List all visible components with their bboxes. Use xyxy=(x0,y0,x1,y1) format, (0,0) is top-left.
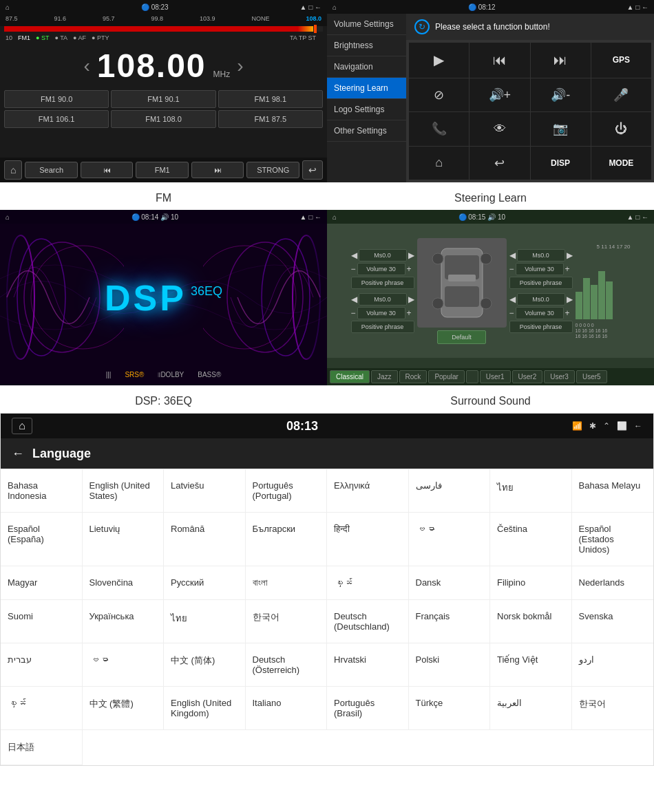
surround-minus-left2[interactable]: − xyxy=(351,308,356,318)
surround-minus-right[interactable]: − xyxy=(509,264,514,274)
surround-tab-user1[interactable]: User1 xyxy=(480,370,511,383)
sidebar-item-steering-learn[interactable]: Steering Learn xyxy=(327,78,406,99)
steering-btn-mode[interactable]: MODE xyxy=(591,147,651,180)
lang-korean2[interactable]: 한국어 xyxy=(572,687,654,730)
steering-btn-eye[interactable]: 👁 xyxy=(470,112,529,146)
steering-btn-play[interactable]: ▶ xyxy=(409,43,469,78)
lang-suomi[interactable]: Suomi xyxy=(1,600,83,643)
lang-latviesu[interactable]: Latviešu xyxy=(164,469,246,513)
surround-left-arrow-r2[interactable]: ◀ xyxy=(509,295,516,304)
surround-tab-rock[interactable]: Rock xyxy=(399,370,428,383)
steering-btn-prev[interactable]: ⏮ xyxy=(470,43,529,78)
fm-preset-2[interactable]: FM1 90.1 xyxy=(111,90,215,108)
surround-minus-right2[interactable]: − xyxy=(509,308,514,318)
lang-lietuviu[interactable]: Lietuvių xyxy=(83,513,165,566)
lang-thai2[interactable]: ไทย xyxy=(164,600,246,643)
lang-romana[interactable]: Română xyxy=(164,513,246,566)
fm-fm1-button[interactable]: FM1 xyxy=(136,162,189,178)
steering-btn-next[interactable]: ⏭ xyxy=(531,43,591,78)
sidebar-item-navigation[interactable]: Navigation xyxy=(327,56,406,78)
lang-chinese-traditional[interactable]: 中文 (繁體) xyxy=(83,687,165,730)
lang-russian[interactable]: Русский xyxy=(164,566,246,600)
steering-btn-disp[interactable]: DISP xyxy=(531,147,591,180)
lang-turkce[interactable]: Türkçe xyxy=(409,687,491,730)
lang-english-uk[interactable]: English (United Kingdom) xyxy=(164,687,246,730)
surround-plus-right2[interactable]: + xyxy=(565,308,570,318)
steering-refresh-icon[interactable]: ↻ xyxy=(414,19,430,34)
steering-btn-vol-down[interactable]: 🔊- xyxy=(531,78,591,112)
lang-filipino[interactable]: Filipino xyxy=(490,566,572,600)
steering-btn-phone[interactable]: 📞 xyxy=(409,112,469,146)
surround-right-arrow2[interactable]: ▶ xyxy=(408,295,414,304)
lang-home-icon[interactable]: ⌂ xyxy=(12,418,32,434)
lang-magyar[interactable]: Magyar xyxy=(1,566,83,600)
lang-slovencina[interactable]: Slovenčina xyxy=(83,566,165,600)
lang-italiano[interactable]: Italiano xyxy=(246,687,328,730)
lang-thai1[interactable]: ไทย xyxy=(490,469,572,513)
surround-tab-blank[interactable] xyxy=(466,370,478,383)
lang-tieng-viet[interactable]: Tiếng Việt xyxy=(490,643,572,687)
steering-btn-back[interactable]: ↩ xyxy=(470,147,529,180)
surround-left-arrow-r[interactable]: ◀ xyxy=(509,250,516,260)
lang-chinese-simplified[interactable]: 中文 (简体) xyxy=(164,643,246,687)
lang-bahasa-melayu[interactable]: Bahasa Melayu xyxy=(572,469,654,513)
surround-right-arrow-r[interactable]: ▶ xyxy=(567,250,573,260)
surround-tab-classical[interactable]: Classical xyxy=(330,370,370,383)
fm-preset-1[interactable]: FM1 90.0 xyxy=(4,90,109,108)
lang-greek[interactable]: Ελληνικά xyxy=(327,469,409,513)
surround-plus-left[interactable]: + xyxy=(407,264,412,274)
fm-search-button[interactable]: Search xyxy=(25,162,78,178)
lang-dansk[interactable]: Dansk xyxy=(409,566,491,600)
surround-plus-left2[interactable]: + xyxy=(407,308,412,318)
lang-korean1[interactable]: 한국어 xyxy=(246,600,328,643)
lang-hebrew[interactable]: עברית xyxy=(1,643,83,687)
lang-francais[interactable]: Français xyxy=(409,600,491,643)
steering-btn-gps[interactable]: GPS xyxy=(591,43,651,78)
lang-shan1[interactable]: ၦၢၼ် xyxy=(327,566,409,600)
surround-left-arrow[interactable]: ◀ xyxy=(351,250,357,260)
lang-deutsch-de[interactable]: Deutsch (Deutschland) xyxy=(327,600,409,643)
lang-urdu[interactable]: اردو xyxy=(572,643,654,687)
steering-btn-mic[interactable]: 🎤 xyxy=(591,78,651,112)
lang-bahasa-indonesia[interactable]: Bahasa Indonesia xyxy=(1,469,83,513)
fm-prev-arrow[interactable]: ‹ xyxy=(83,55,89,77)
lang-norsk[interactable]: Norsk bokmål xyxy=(490,600,572,643)
lang-polski[interactable]: Polski xyxy=(409,643,491,687)
lang-portugues-br[interactable]: Português (Brasil) xyxy=(327,687,409,730)
surround-tab-popular[interactable]: Popular xyxy=(428,370,464,383)
surround-right-arrow-r2[interactable]: ▶ xyxy=(567,295,573,304)
lang-burmese2[interactable]: ဗမာ xyxy=(83,643,165,687)
lang-shan2[interactable]: ၦၢၼ် xyxy=(1,687,83,730)
fm-prev-button[interactable]: ⏮ xyxy=(81,162,134,178)
surround-plus-right[interactable]: + xyxy=(565,264,570,274)
steering-btn-camera[interactable]: 📷 xyxy=(531,112,591,146)
fm-preset-4[interactable]: FM1 106.1 xyxy=(4,110,109,128)
fm-strong-button[interactable]: STRONG xyxy=(246,162,299,178)
lang-espanol-us[interactable]: Español (Estados Unidos) xyxy=(572,513,654,566)
lang-japanese[interactable]: 日本語 xyxy=(1,730,83,765)
fm-next-button[interactable]: ⏭ xyxy=(191,162,244,178)
sidebar-item-logo-settings[interactable]: Logo Settings xyxy=(327,99,406,120)
lang-hrvatski[interactable]: Hrvatski xyxy=(327,643,409,687)
lang-back-button[interactable]: ← xyxy=(12,447,24,461)
surround-default-button[interactable]: Default xyxy=(437,330,486,344)
steering-btn-power[interactable]: ⏻ xyxy=(591,112,651,146)
lang-bulgarian[interactable]: Български xyxy=(246,513,328,566)
lang-farsi[interactable]: فارسی xyxy=(409,469,491,513)
lang-portugues-pt[interactable]: Português (Portugal) xyxy=(246,469,328,513)
sidebar-item-other-settings[interactable]: Other Settings xyxy=(327,120,406,142)
fm-next-arrow[interactable]: › xyxy=(237,55,243,77)
surround-tab-jazz[interactable]: Jazz xyxy=(371,370,398,383)
surround-minus-left[interactable]: − xyxy=(351,264,356,274)
lang-espanol-es[interactable]: Español (España) xyxy=(1,513,83,566)
surround-tab-user5[interactable]: User5 xyxy=(576,370,607,383)
lang-arabic[interactable]: العربية xyxy=(490,687,572,730)
lang-deutsch-at[interactable]: Deutsch (Österreich) xyxy=(246,643,328,687)
lang-english-us[interactable]: English (United States) xyxy=(83,469,165,513)
lang-svenska[interactable]: Svenska xyxy=(572,600,654,643)
lang-bengali[interactable]: বাংলা xyxy=(246,566,328,600)
fm-back-button[interactable]: ↩ xyxy=(302,160,323,180)
surround-left-arrow2[interactable]: ◀ xyxy=(351,295,357,304)
steering-btn-home[interactable]: ⌂ xyxy=(409,147,469,180)
sidebar-item-brightness[interactable]: Brightness xyxy=(327,35,406,56)
